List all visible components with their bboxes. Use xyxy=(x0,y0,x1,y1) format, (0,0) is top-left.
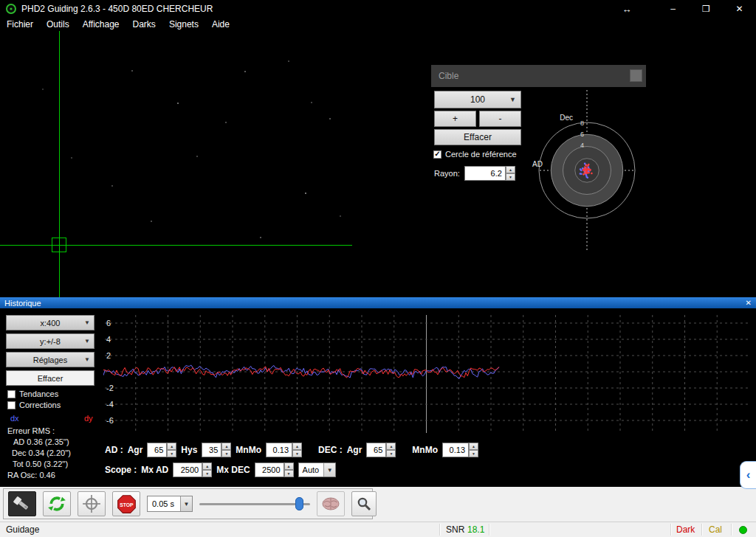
rms-ra-value: AD 0.36 (2.35'') xyxy=(13,437,69,446)
snr-value: 18.1 xyxy=(467,524,484,535)
dec-aggression-spinner[interactable]: 65 ▲▼ xyxy=(366,443,396,457)
history-clear-button[interactable]: Effacer xyxy=(6,370,94,386)
bullseye-ring-label-8: 8 xyxy=(580,119,584,127)
history-title: Historique xyxy=(4,299,41,308)
spin-up-icon[interactable]: ▲ xyxy=(284,462,294,470)
star xyxy=(196,156,198,157)
guide-button[interactable] xyxy=(78,491,106,516)
target-title-placeholder: Cible xyxy=(439,71,458,81)
stop-button[interactable]: STOP xyxy=(112,491,140,516)
slider-track[interactable] xyxy=(199,503,310,505)
menu-item-aide[interactable]: Aide xyxy=(205,18,236,31)
spin-up-icon[interactable]: ▲ xyxy=(469,443,478,450)
history-settings-dropdown[interactable]: Réglages ▼ xyxy=(6,352,94,367)
dec-minmove-label: MnMo xyxy=(412,445,438,455)
chevron-down-icon: ▼ xyxy=(323,463,335,477)
target-zoom-in-button[interactable]: + xyxy=(434,111,476,127)
chevron-down-icon: ▼ xyxy=(180,496,192,511)
target-zoom-out-button[interactable]: - xyxy=(479,111,521,127)
bullseye-target-display: Dec AD 8 6 4 xyxy=(528,89,653,258)
dec-guide-mode-select[interactable]: Auto ▼ xyxy=(298,462,337,477)
star xyxy=(288,60,289,62)
spin-down-icon[interactable]: ▼ xyxy=(284,470,294,477)
guide-assistant-button[interactable] xyxy=(317,491,345,516)
bullseye-ring-label-6: 6 xyxy=(580,131,584,138)
camera-settings-button[interactable] xyxy=(351,491,377,516)
radius-spin-up-icon[interactable]: ▲ xyxy=(506,166,515,173)
stretch-slider[interactable] xyxy=(199,496,310,512)
spin-down-icon[interactable]: ▼ xyxy=(292,450,302,457)
menu-item-fichier[interactable]: Fichier xyxy=(0,18,40,31)
bullseye-dec-axis-label: Dec xyxy=(560,114,573,122)
minimize-button[interactable]: – xyxy=(656,0,690,18)
radius-spin-down-icon[interactable]: ▼ xyxy=(506,173,515,181)
spin-down-icon[interactable]: ▼ xyxy=(386,450,396,457)
ra-hysteresis-spinner[interactable]: 35 ▲▼ xyxy=(202,443,231,457)
ra-aggression-spinner[interactable]: 65 ▲▼ xyxy=(147,443,176,457)
dec-minmove-spinner[interactable]: 0.13 ▲▼ xyxy=(442,443,478,457)
target-zoom-select[interactable]: 100 ▼ xyxy=(434,91,521,108)
target-title-field[interactable]: Cible xyxy=(431,65,646,87)
maximize-button[interactable]: ❒ xyxy=(690,0,723,18)
camera-connect-button[interactable] xyxy=(8,491,36,516)
star xyxy=(42,89,44,90)
loop-exposures-button[interactable] xyxy=(43,491,71,516)
max-dec-spinner[interactable]: 2500 ▲▼ xyxy=(255,462,294,477)
spin-up-icon[interactable]: ▲ xyxy=(292,443,302,450)
spin-up-icon[interactable]: ▲ xyxy=(202,462,212,470)
graph-y-tick: -6 xyxy=(106,416,114,425)
menu-item-affichage[interactable]: Affichage xyxy=(76,18,126,31)
ra-minmove-label: MnMo xyxy=(236,445,261,455)
target-panel-corner-button[interactable] xyxy=(630,69,642,82)
radius-label: Rayon: xyxy=(434,169,460,178)
star xyxy=(131,70,133,72)
chevron-down-icon: ▼ xyxy=(84,319,90,326)
spin-up-icon[interactable]: ▲ xyxy=(386,443,396,450)
chevron-left-icon: ‹ xyxy=(746,468,751,482)
max-ra-spinner[interactable]: 2500 ▲▼ xyxy=(173,462,212,477)
star xyxy=(111,185,113,187)
target-clear-button[interactable]: Effacer xyxy=(434,129,521,145)
camera-view[interactable]: Cible 100 ▼ + - Effacer ✓ Cercle de réfé… xyxy=(0,31,756,297)
status-separator xyxy=(670,524,671,536)
spin-down-icon[interactable]: ▼ xyxy=(221,450,231,457)
chevron-down-icon: ▼ xyxy=(84,338,90,344)
radius-input[interactable]: 6.2 xyxy=(464,166,506,181)
star xyxy=(340,215,341,217)
dy-legend: dy xyxy=(84,414,93,423)
ra-minmove-spinner[interactable]: 0.13 ▲▼ xyxy=(266,443,302,457)
trend-label: Tendances xyxy=(19,389,58,398)
history-yscale-dropdown[interactable]: y:+/-8 ▼ xyxy=(6,333,94,349)
slider-handle[interactable] xyxy=(295,497,303,510)
trend-checkbox[interactable] xyxy=(7,390,16,398)
menu-item-darks[interactable]: Darks xyxy=(126,18,162,31)
graph-y-tick: 6 xyxy=(106,319,111,328)
exposure-select[interactable]: 0.05 s ▼ xyxy=(147,496,193,512)
panel-collapse-tab[interactable]: ‹ xyxy=(740,461,756,489)
dx-legend: dx xyxy=(10,414,19,423)
spin-down-icon[interactable]: ▼ xyxy=(167,450,176,457)
spin-down-icon[interactable]: ▼ xyxy=(202,470,212,477)
close-button[interactable]: ✕ xyxy=(723,0,756,18)
spin-up-icon[interactable]: ▲ xyxy=(221,443,231,450)
star xyxy=(71,157,72,159)
dark-status: Dark xyxy=(676,524,695,535)
dec-aggression-label: Agr xyxy=(347,445,362,455)
history-close-button[interactable]: ✕ xyxy=(746,297,752,308)
spin-down-icon[interactable]: ▼ xyxy=(469,450,478,457)
guiding-history-graph: 642-2-4-6 xyxy=(103,313,749,440)
snr-label: SNR xyxy=(446,524,464,535)
menu-item-outils[interactable]: Outils xyxy=(40,18,76,31)
corrections-checkbox[interactable] xyxy=(7,401,16,409)
reference-circle-checkbox[interactable]: ✓ xyxy=(433,150,441,159)
spin-up-icon[interactable]: ▲ xyxy=(167,443,176,450)
status-mode: Guidage xyxy=(6,524,39,535)
ra-section-label: AD : xyxy=(105,445,123,455)
stop-sign-icon: STOP xyxy=(117,494,137,514)
history-title-bar[interactable]: Historique ✕ xyxy=(0,297,756,308)
star xyxy=(311,102,312,103)
graph-y-tick: 4 xyxy=(106,335,111,344)
menu-item-signets[interactable]: Signets xyxy=(162,18,205,31)
phd2-logo-icon xyxy=(5,3,17,15)
history-xscale-dropdown[interactable]: x:400 ▼ xyxy=(6,315,94,330)
